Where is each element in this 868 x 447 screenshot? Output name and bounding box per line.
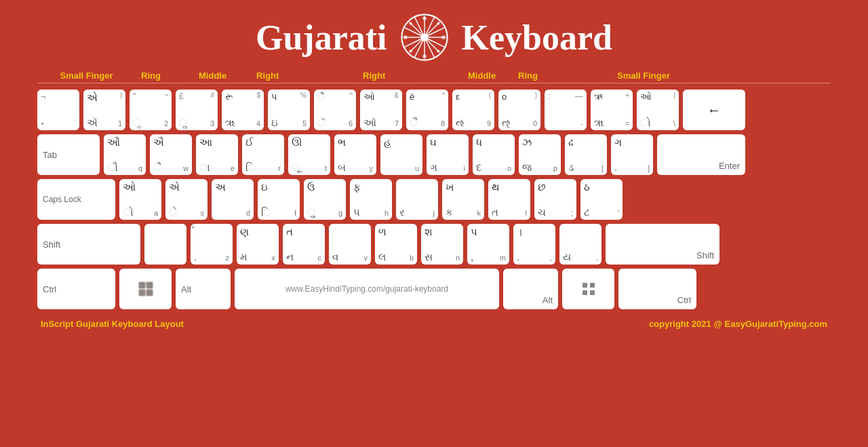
- alt-right-key[interactable]: Alt: [503, 269, 558, 309]
- footer-subtitle: InScript Gujarati Keyboard Layout: [41, 319, 184, 329]
- svg-rect-34: [140, 283, 144, 288]
- key-comma[interactable]: । .,: [513, 224, 555, 265]
- svg-line-16: [425, 17, 435, 37]
- key-period[interactable]: ય.: [559, 224, 601, 265]
- key-b[interactable]: ળ લb: [375, 224, 417, 265]
- key-6[interactable]: ૈ^ ૅ6: [314, 90, 356, 130]
- space-url: www.EasyHindiTyping.com/gujarati-keyboar…: [285, 284, 448, 294]
- svg-point-25: [409, 50, 412, 52]
- key-y[interactable]: ભ બy: [334, 134, 376, 175]
- key-equals[interactable]: ઋ+ ૠ=: [591, 90, 633, 130]
- key-9[interactable]: ε( ઌ9: [452, 90, 494, 130]
- key-3[interactable]: £# ૣ3: [176, 90, 218, 130]
- svg-rect-35: [147, 283, 152, 288]
- svg-line-14: [403, 27, 424, 37]
- svg-point-22: [409, 22, 412, 25]
- ctrl-right-key[interactable]: Ctrl: [618, 269, 696, 309]
- key-i[interactable]: ઘ ગi: [427, 134, 469, 175]
- key-q[interactable]: ઔ ૌq: [104, 134, 146, 175]
- asdf-row: Caps Lock ઓ ોa એ ેs અ ‍d ઇ િf ઉ ુg ફ પ: [37, 179, 831, 220]
- number-row: ¬ ॰` એ| ઍ1 "~ ૢ2 £# ૣ3 રૂ$ ૠ4 પ% ઇ5 ૈ: [37, 90, 831, 130]
- key-backtick[interactable]: ¬ ॰`: [37, 90, 79, 130]
- finger-label-small-right: Small Finger: [617, 71, 670, 81]
- shift-right-key[interactable]: Shift: [606, 224, 719, 265]
- key-l[interactable]: થ તl: [488, 179, 530, 220]
- key-o[interactable]: ધ દo: [473, 134, 515, 175]
- win-left-key[interactable]: [119, 269, 172, 309]
- key-a[interactable]: ઓ ોa: [119, 179, 161, 220]
- zxcv-row: Shift ॑ .z ણ મx ત નc વv ળ લb: [37, 224, 831, 265]
- key-t[interactable]: ઊ ૂt: [288, 134, 330, 175]
- alt-left-key[interactable]: Alt: [176, 269, 231, 309]
- svg-rect-40: [583, 290, 587, 295]
- key-2[interactable]: "~ ૢ2: [130, 90, 172, 130]
- key-quote[interactable]: ઠ ટ': [580, 179, 623, 220]
- svg-line-11: [425, 37, 435, 58]
- space-key[interactable]: www.EasyHindiTyping.com/gujarati-keyboar…: [235, 269, 499, 309]
- key-c[interactable]: ત નc: [283, 224, 325, 265]
- svg-point-20: [403, 35, 408, 39]
- finger-labels: Small Finger Ring Middle Right Right Mid…: [0, 68, 868, 88]
- shift-left-key[interactable]: Shift: [37, 224, 140, 265]
- capslock-key[interactable]: Caps Lock: [37, 179, 115, 220]
- svg-line-13: [403, 37, 424, 47]
- keyboard: ¬ ॰` એ| ઍ1 "~ ૢ2 £# ૣ3 રૂ$ ૠ4 પ% ઇ5 ૈ: [0, 90, 868, 309]
- svg-point-21: [441, 35, 446, 39]
- key-n[interactable]: શ સn: [421, 224, 463, 265]
- key-minus[interactable]: :— -: [545, 90, 587, 130]
- key-8[interactable]: ë* ૈ8: [406, 90, 448, 130]
- key-1[interactable]: એ| ઍ1: [83, 90, 125, 130]
- finger-label-middle-left: Middle: [199, 71, 226, 81]
- key-bracket-close[interactable]: ગ .]: [611, 134, 653, 175]
- ashoka-wheel-icon: [401, 14, 448, 61]
- key-h[interactable]: ફ પh: [350, 179, 392, 220]
- footer-copyright: copyright 2021 @ EasyGujaratiTyping.com: [649, 319, 827, 329]
- bottom-row: Ctrl Alt www.EasyHindiTy: [37, 269, 831, 309]
- key-p[interactable]: ઝ જp: [519, 134, 561, 175]
- key-g[interactable]: ઉ ુg: [304, 179, 346, 220]
- title-part1: Gujarati: [256, 18, 387, 58]
- title-bar: Gujarati: [0, 0, 868, 68]
- windows-right-icon: [580, 281, 597, 297]
- footer: InScript Gujarati Keyboard Layout copyri…: [0, 313, 868, 329]
- key-r[interactable]: ઈ િr: [242, 134, 284, 175]
- key-bracket-open[interactable]: ઢ ડ[: [565, 134, 607, 175]
- title-part2: Keyboard: [462, 18, 612, 58]
- tab-key[interactable]: Tab: [37, 134, 100, 175]
- key-4[interactable]: રૂ$ ૠ4: [222, 90, 264, 130]
- key-x[interactable]: ણ મx: [237, 224, 279, 265]
- enter-key[interactable]: Enter: [657, 134, 745, 175]
- win-right-key[interactable]: [562, 269, 614, 309]
- backspace-key[interactable]: ←: [683, 90, 745, 130]
- ctrl-left-key[interactable]: Ctrl: [37, 269, 115, 309]
- key-z[interactable]: ॑ .z: [191, 224, 233, 265]
- key-e[interactable]: આ ાe: [196, 134, 238, 175]
- key-m[interactable]: પ ,m: [467, 224, 509, 265]
- finger-label-right-idx1: Right: [256, 71, 279, 81]
- key-extra[interactable]: [144, 224, 186, 265]
- finger-label-ring-left: Ring: [141, 71, 161, 81]
- key-d[interactable]: અ ‍d: [212, 179, 254, 220]
- svg-line-10: [414, 17, 425, 37]
- qwerty-row: Tab ઔ ૌq ઐ ૈw આ ાe ઈ િr ઊ ૂt ભ બy: [37, 134, 831, 175]
- key-5[interactable]: પ% ઇ5: [268, 90, 310, 130]
- key-w[interactable]: ઐ ૈw: [150, 134, 192, 175]
- svg-line-12: [425, 27, 445, 37]
- key-f[interactable]: ઇ િf: [258, 179, 300, 220]
- key-j[interactable]: રj: [396, 179, 438, 220]
- svg-rect-39: [590, 283, 595, 288]
- finger-label-middle-right: Middle: [468, 71, 496, 81]
- key-v[interactable]: વv: [329, 224, 371, 265]
- key-u[interactable]: હ u: [380, 134, 422, 175]
- svg-line-15: [425, 37, 445, 47]
- key-semicolon[interactable]: છ ચ;: [534, 179, 576, 220]
- key-7[interactable]: ઓ& ઑ7: [360, 90, 402, 130]
- key-k[interactable]: ખ કk: [442, 179, 484, 220]
- key-s[interactable]: એ ેs: [165, 179, 208, 220]
- key-0[interactable]: ο) ૡ0: [498, 90, 540, 130]
- finger-label-small-left: Small Finger: [37, 71, 136, 81]
- key-backslash[interactable]: ઓ| ો\: [637, 90, 679, 130]
- svg-rect-37: [147, 290, 152, 295]
- svg-rect-41: [590, 290, 595, 295]
- finger-label-right-idx2: Right: [363, 71, 385, 81]
